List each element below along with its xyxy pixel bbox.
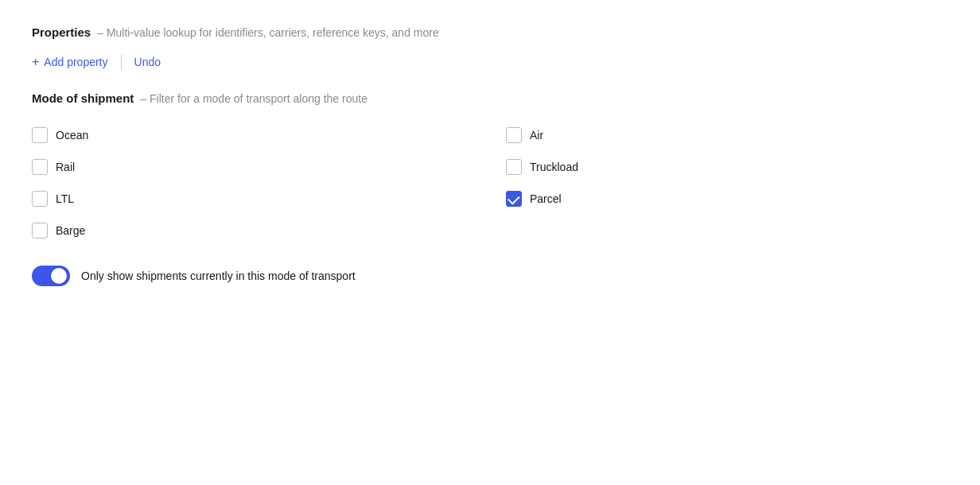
checkbox-truckload[interactable]: Truckload bbox=[506, 151, 948, 183]
checkbox-left-column: Ocean Rail LTL Barge bbox=[32, 119, 490, 246]
shipment-header: Mode of shipment – Filter for a mode of … bbox=[32, 91, 948, 105]
add-property-button[interactable]: + Add property bbox=[32, 55, 108, 69]
checkbox-parcel[interactable]: Parcel bbox=[506, 183, 948, 215]
undo-button[interactable]: Undo bbox=[134, 56, 161, 68]
checkbox-right-column: Air Truckload Parcel bbox=[490, 119, 948, 246]
checkbox-ltl-input[interactable] bbox=[32, 191, 48, 207]
checkbox-rail-label: Rail bbox=[56, 161, 75, 173]
toggle-shipment-mode[interactable] bbox=[32, 266, 70, 286]
checkbox-truckload-input[interactable] bbox=[506, 159, 522, 175]
checkbox-barge-input[interactable] bbox=[32, 223, 48, 239]
checkbox-truckload-label: Truckload bbox=[530, 161, 578, 173]
checkbox-ocean-input[interactable] bbox=[32, 127, 48, 143]
add-property-label: Add property bbox=[44, 56, 107, 68]
checkbox-parcel-label: Parcel bbox=[530, 192, 562, 205]
toggle-label: Only show shipments currently in this mo… bbox=[81, 270, 356, 282]
checkbox-parcel-input[interactable] bbox=[506, 191, 522, 207]
checkbox-air-input[interactable] bbox=[506, 127, 522, 143]
toggle-row: Only show shipments currently in this mo… bbox=[32, 266, 948, 286]
checkbox-rail-input[interactable] bbox=[32, 159, 48, 175]
action-bar-divider bbox=[121, 55, 122, 69]
checkbox-ocean-label: Ocean bbox=[56, 129, 88, 142]
shipment-title: Mode of shipment bbox=[32, 91, 134, 105]
plus-icon: + bbox=[32, 55, 39, 69]
properties-description: – Multi-value lookup for identifiers, ca… bbox=[97, 26, 439, 39]
checkbox-ocean[interactable]: Ocean bbox=[32, 119, 458, 151]
checkbox-rail[interactable]: Rail bbox=[32, 151, 458, 183]
shipment-section: Mode of shipment – Filter for a mode of … bbox=[32, 91, 948, 286]
checkbox-barge[interactable]: Barge bbox=[32, 215, 458, 246]
properties-title: Properties bbox=[32, 25, 91, 39]
checkbox-ltl[interactable]: LTL bbox=[32, 183, 458, 215]
checkbox-ltl-label: LTL bbox=[56, 192, 74, 205]
checkbox-barge-label: Barge bbox=[56, 224, 85, 237]
checkbox-air[interactable]: Air bbox=[506, 119, 948, 151]
checkbox-air-label: Air bbox=[530, 129, 543, 142]
shipment-description: – Filter for a mode of transport along t… bbox=[140, 92, 368, 105]
properties-header: Properties – Multi-value lookup for iden… bbox=[32, 25, 948, 39]
properties-section: Properties – Multi-value lookup for iden… bbox=[32, 25, 948, 69]
action-bar: + Add property Undo bbox=[32, 55, 948, 69]
checkbox-grid: Ocean Rail LTL Barge Air Truc bbox=[32, 119, 948, 246]
